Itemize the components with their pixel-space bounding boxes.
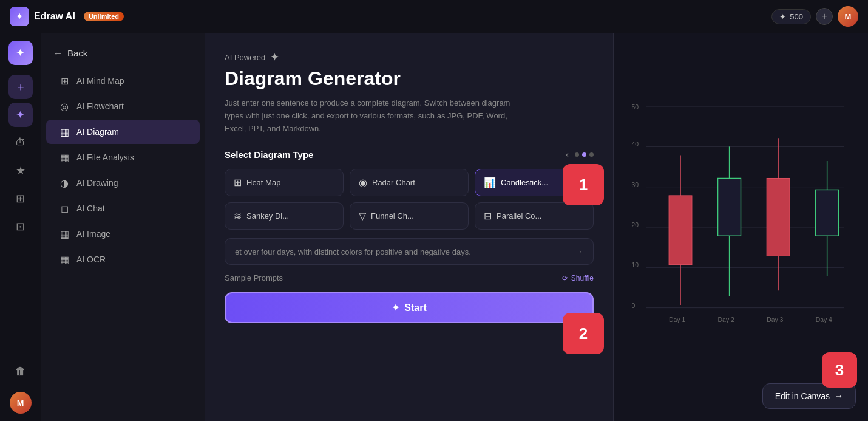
- main-content: AI Powered ✦ Diagram Generator Just ente…: [205, 33, 613, 421]
- pagination-dots: [575, 152, 594, 157]
- sidebar-item-drawing[interactable]: ◑ AI Drawing: [46, 171, 200, 195]
- svg-text:10: 10: [631, 262, 639, 269]
- sidebar-item-file-analysis[interactable]: ▦ AI File Analysis: [46, 145, 200, 169]
- icon-btn-ai[interactable]: ✦: [8, 103, 33, 127]
- diagram-btn-radar-chart[interactable]: ◉ Radar Chart: [350, 169, 469, 196]
- sidebar-item-label: AI Diagram: [76, 127, 119, 137]
- diagram-icon: ▦: [58, 126, 70, 138]
- heat-map-icon: ⊞: [234, 177, 242, 188]
- icon-bar-avatar[interactable]: M: [10, 392, 32, 414]
- diagram-btn-label: Parallel Co...: [497, 211, 541, 221]
- icon-bar: ✦ ＋ ✦ ⏱ ★ ⊞ ⊡ 🗑 M: [0, 33, 41, 421]
- icon-bar-logo: ✦: [8, 41, 33, 65]
- sankey-icon: ≋: [234, 210, 242, 222]
- shuffle-label: Shuffle: [571, 274, 594, 282]
- candlestick-icon: 📊: [484, 177, 496, 188]
- sidebar-item-label: AI Flowchart: [76, 101, 124, 111]
- flowchart-icon: ◎: [58, 100, 70, 112]
- app-name: Edraw AI: [34, 11, 75, 22]
- svg-text:Day 4: Day 4: [816, 317, 832, 323]
- sidebar-item-label: AI Chat: [76, 204, 105, 213]
- add-credits-button[interactable]: +: [816, 8, 833, 25]
- select-diagram-header: Select Diagram Type ‹: [225, 148, 594, 160]
- prompt-bar: et over four days, with distinct colors …: [225, 238, 594, 265]
- sidebar-item-ocr[interactable]: ▦ AI OCR: [46, 247, 200, 272]
- description: Just enter one sentence to produce a com…: [225, 97, 516, 135]
- image-icon: ▦: [58, 228, 70, 240]
- sidebar-item-label: AI File Analysis: [76, 152, 134, 162]
- svg-rect-19: [816, 190, 839, 236]
- radar-chart-icon: ◉: [359, 177, 367, 188]
- icon-btn-add[interactable]: ＋: [8, 75, 33, 99]
- icon-btn-trash[interactable]: 🗑: [8, 359, 33, 383]
- ai-powered-badge: AI Powered ✦: [225, 50, 594, 64]
- sidebar-item-label: AI Drawing: [76, 178, 118, 188]
- svg-text:30: 30: [631, 182, 639, 188]
- start-label: Start: [404, 303, 426, 313]
- diagram-btn-label: Funnel Ch...: [371, 211, 414, 221]
- back-arrow-icon: ←: [53, 48, 63, 58]
- diagram-btn-heat-map[interactable]: ⊞ Heat Map: [225, 169, 344, 196]
- start-sparkle-icon: ✦: [392, 302, 399, 313]
- sidebar-item-label: AI Image: [76, 229, 110, 239]
- badge-2: 2: [563, 313, 604, 354]
- shuffle-icon: ⟳: [562, 274, 568, 282]
- credits-area: ✦ 500: [771, 9, 811, 24]
- dot-1: [575, 152, 579, 157]
- funnel-icon: ▽: [359, 210, 366, 222]
- svg-rect-15: [718, 178, 741, 236]
- ai-powered-label: AI Powered: [225, 53, 265, 62]
- credits-count: 500: [790, 12, 803, 21]
- icon-btn-template[interactable]: ⊞: [8, 187, 33, 211]
- select-diagram-label: Select Diagram Type: [225, 149, 313, 160]
- sparkle-icon: ✦: [270, 50, 279, 64]
- back-button[interactable]: ← Back: [41, 43, 205, 68]
- file-analysis-icon: ▦: [58, 151, 70, 163]
- avatar[interactable]: M: [838, 6, 858, 27]
- icon-btn-toolbox[interactable]: ⊡: [8, 214, 33, 239]
- svg-text:Day 2: Day 2: [718, 317, 734, 323]
- sidebar-item-diagram[interactable]: ▦ AI Diagram: [46, 120, 200, 144]
- start-button[interactable]: ✦ Start: [225, 292, 594, 323]
- parallel-icon: ⊟: [484, 210, 492, 222]
- prev-page-button[interactable]: ‹: [563, 148, 571, 160]
- diagram-btn-sankey[interactable]: ≋ Sankey Di...: [225, 202, 344, 230]
- candlestick-chart: 50 40 30 20 10 0: [626, 43, 856, 411]
- mind-map-icon: ⊞: [58, 75, 70, 87]
- diagram-btn-label: Heat Map: [246, 178, 280, 187]
- chat-icon: ◻: [58, 202, 70, 214]
- badge-3: 3: [822, 352, 857, 388]
- pagination-controls: ‹: [563, 148, 594, 160]
- sidebar-item-image[interactable]: ▦ AI Image: [46, 222, 200, 246]
- unlimited-badge: Unlimited: [84, 12, 124, 21]
- svg-text:0: 0: [631, 303, 635, 309]
- sparkle-icon: ✦: [779, 12, 786, 21]
- dot-3: [589, 152, 594, 157]
- sidebar-item-chat[interactable]: ◻ AI Chat: [46, 196, 200, 221]
- icon-btn-recent[interactable]: ⏱: [8, 131, 33, 155]
- svg-text:Day 1: Day 1: [669, 317, 685, 323]
- sidebar: ← Back ⊞ AI Mind Map ◎ AI Flowchart ▦ AI…: [41, 33, 205, 421]
- diagram-btn-parallel[interactable]: ⊟ Parallel Co...: [475, 202, 594, 230]
- diagram-btn-label: Radar Chart: [372, 178, 415, 187]
- page-title: Diagram Generator: [225, 67, 594, 90]
- sidebar-item-flowchart[interactable]: ◎ AI Flowchart: [46, 94, 200, 118]
- shuffle-button[interactable]: ⟳ Shuffle: [562, 274, 594, 282]
- diagram-btn-funnel[interactable]: ▽ Funnel Ch...: [350, 202, 469, 230]
- sidebar-item-mind-map[interactable]: ⊞ AI Mind Map: [46, 69, 200, 93]
- logo-icon: ✦: [10, 7, 29, 26]
- back-label: Back: [67, 48, 87, 58]
- send-button[interactable]: →: [574, 246, 583, 257]
- svg-text:20: 20: [631, 222, 639, 228]
- sidebar-item-label: AI OCR: [76, 255, 106, 264]
- arrow-right-icon: →: [835, 391, 843, 401]
- diagram-btn-label: Candlestick...: [501, 178, 548, 187]
- top-header: ✦ Edraw AI Unlimited ✦ 500 + M: [0, 0, 868, 33]
- dot-2: [582, 152, 586, 157]
- drawing-icon: ◑: [58, 177, 70, 189]
- svg-rect-17: [767, 178, 790, 256]
- app-logo: ✦ Edraw AI Unlimited: [10, 7, 124, 26]
- edit-canvas-label: Edit in Canvas: [775, 391, 830, 401]
- icon-btn-star[interactable]: ★: [8, 159, 33, 183]
- diagram-btn-label: Sankey Di...: [246, 211, 289, 221]
